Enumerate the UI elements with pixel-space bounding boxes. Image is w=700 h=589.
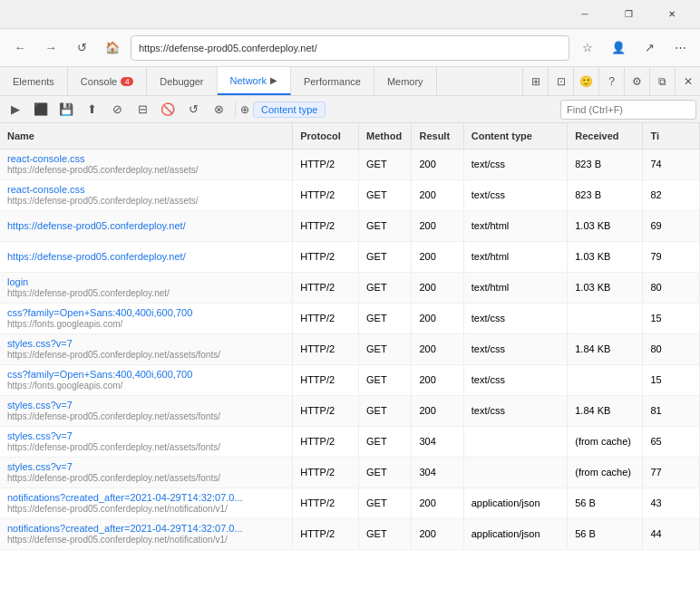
close-button[interactable]: ✕ bbox=[651, 0, 693, 29]
header-method[interactable]: Method bbox=[359, 123, 412, 149]
request-name: styles.css?v=7 bbox=[7, 338, 270, 349]
profile-button[interactable]: 👤 bbox=[606, 35, 631, 61]
table-row[interactable]: react-console.csshttps://defense-prod05.… bbox=[0, 179, 700, 210]
stop-button[interactable]: ⬛ bbox=[29, 100, 53, 120]
header-content-type[interactable]: Content type bbox=[463, 123, 568, 149]
header-received[interactable]: Received bbox=[568, 123, 643, 149]
cell-received bbox=[568, 364, 643, 395]
cell-time: 82 bbox=[643, 179, 700, 210]
table-row[interactable]: styles.css?v=7https://defense-prod05.con… bbox=[0, 457, 700, 488]
header-name[interactable]: Name bbox=[0, 123, 293, 149]
play-button[interactable]: ▶ bbox=[4, 100, 27, 120]
cell-contentType bbox=[463, 426, 568, 457]
import-har-button[interactable]: ⬆ bbox=[80, 100, 103, 120]
maximize-button[interactable]: ❐ bbox=[608, 0, 649, 29]
request-name: styles.css?v=7 bbox=[7, 400, 270, 410]
network-toolbar: ▶ ⬛ 💾 ⬆ ⊘ ⊟ 🚫 ↺ ⊗ ⊕ Content type bbox=[0, 96, 700, 123]
cell-contentType: text/html bbox=[463, 272, 568, 303]
refresh-button[interactable]: ↺ bbox=[69, 35, 94, 61]
emoji-icon[interactable]: 🙂 bbox=[573, 67, 598, 95]
cell-protocol: HTTP/2 bbox=[293, 303, 359, 333]
cell-time: 80 bbox=[643, 272, 700, 303]
request-name: styles.css?v=7 bbox=[7, 430, 270, 441]
help-icon[interactable]: ? bbox=[598, 67, 624, 95]
cell-protocol: HTTP/2 bbox=[293, 457, 359, 488]
cell-time: 44 bbox=[643, 518, 700, 549]
settings-icon[interactable]: ⚙ bbox=[624, 67, 649, 95]
tab-memory[interactable]: Memory bbox=[374, 67, 437, 95]
table-row[interactable]: styles.css?v=7https://defense-prod05.con… bbox=[0, 395, 700, 426]
cell-time: 69 bbox=[643, 210, 700, 241]
table-row[interactable]: styles.css?v=7https://defense-prod05.con… bbox=[0, 333, 700, 364]
table-row[interactable]: styles.css?v=7https://defense-prod05.con… bbox=[0, 426, 700, 457]
table-row[interactable]: react-console.csshttps://defense-prod05.… bbox=[0, 149, 700, 179]
request-url: https://defense-prod05.conferdeploy.net/… bbox=[7, 504, 270, 514]
undock-icon[interactable]: ⧉ bbox=[649, 67, 675, 95]
cell-method: GET bbox=[359, 303, 412, 333]
bookmark-button[interactable]: ☆ bbox=[575, 35, 600, 61]
table-row[interactable]: loginhttps://defense-prod05.conferdeploy… bbox=[0, 272, 700, 303]
table-row[interactable]: notifications?created_after=2021-04-29T1… bbox=[0, 518, 700, 549]
cell-name: css?family=Open+Sans:400,400i,600,700htt… bbox=[0, 364, 293, 395]
menu-button[interactable]: ⋯ bbox=[667, 35, 693, 61]
devtools-dock-icon[interactable]: ⊡ bbox=[548, 67, 573, 95]
table-row[interactable]: css?family=Open+Sans:400,400i,600,700htt… bbox=[0, 303, 700, 333]
table-row[interactable]: https://defense-prod05.conferdeploy.net/… bbox=[0, 241, 700, 272]
options-button[interactable]: ⊟ bbox=[131, 100, 154, 120]
cell-name: styles.css?v=7https://defense-prod05.con… bbox=[0, 395, 293, 426]
request-name: react-console.css bbox=[7, 184, 270, 195]
filter-urls-button[interactable]: ⊘ bbox=[105, 100, 129, 120]
cell-result: 200 bbox=[412, 333, 463, 364]
tab-performance[interactable]: Performance bbox=[291, 67, 374, 95]
cell-result: 304 bbox=[412, 426, 463, 457]
cell-method: GET bbox=[359, 426, 412, 457]
cell-time: 74 bbox=[643, 149, 700, 179]
tab-elements[interactable]: Elements bbox=[0, 67, 68, 95]
cell-method: GET bbox=[359, 333, 412, 364]
header-result[interactable]: Result bbox=[412, 123, 463, 149]
cell-result: 200 bbox=[412, 149, 463, 179]
cell-received: 56 B bbox=[568, 518, 643, 549]
tab-console[interactable]: Console 4 bbox=[68, 67, 147, 95]
request-url: https://defense-prod05.conferdeploy.net/… bbox=[7, 535, 270, 545]
cell-time: 15 bbox=[643, 364, 700, 395]
devtools-tab-bar: Elements Console 4 Debugger Network ▶ Pe… bbox=[0, 67, 700, 96]
cell-contentType: application/json bbox=[463, 518, 568, 549]
table-row[interactable]: css?family=Open+Sans:400,400i,600,700htt… bbox=[0, 364, 700, 395]
header-protocol[interactable]: Protocol bbox=[293, 123, 359, 149]
tab-memory-label: Memory bbox=[387, 76, 423, 87]
tab-debugger-label: Debugger bbox=[160, 76, 203, 87]
find-input[interactable] bbox=[560, 100, 696, 120]
disable-cache-button[interactable]: ⊗ bbox=[207, 100, 230, 120]
content-type-filter[interactable]: Content type bbox=[253, 101, 326, 118]
back-button[interactable]: ← bbox=[7, 35, 33, 61]
network-active-icon: ▶ bbox=[270, 75, 277, 85]
cell-contentType: text/css bbox=[463, 303, 568, 333]
cell-received: 1.84 KB bbox=[568, 395, 643, 426]
minimize-button[interactable]: ─ bbox=[564, 0, 606, 29]
table-row[interactable]: https://defense-prod05.conferdeploy.net/… bbox=[0, 210, 700, 241]
cell-protocol: HTTP/2 bbox=[293, 333, 359, 364]
forward-button[interactable]: → bbox=[38, 35, 63, 61]
devtools-close-icon[interactable]: ✕ bbox=[675, 67, 700, 95]
filter-icon[interactable]: ⊞ bbox=[522, 67, 548, 95]
table-row[interactable]: notifications?created_after=2021-04-29T1… bbox=[0, 488, 700, 518]
cell-result: 200 bbox=[412, 210, 463, 241]
reload-button[interactable]: ↺ bbox=[181, 100, 205, 120]
block-requests-button[interactable]: 🚫 bbox=[156, 100, 180, 120]
cell-method: GET bbox=[359, 364, 412, 395]
request-name: notifications?created_after=2021-04-29T1… bbox=[7, 492, 270, 503]
title-bar-buttons: ─ ❐ ✕ bbox=[564, 0, 693, 29]
home-button[interactable]: 🏠 bbox=[100, 35, 125, 61]
cell-name: styles.css?v=7https://defense-prod05.con… bbox=[0, 333, 293, 364]
address-bar[interactable] bbox=[131, 35, 569, 61]
network-table-container[interactable]: Name Protocol Method Result Content type… bbox=[0, 123, 700, 589]
tab-debugger[interactable]: Debugger bbox=[147, 67, 217, 95]
save-har-button[interactable]: 💾 bbox=[54, 100, 78, 120]
cell-result: 304 bbox=[412, 457, 463, 488]
cell-protocol: HTTP/2 bbox=[293, 272, 359, 303]
share-button[interactable]: ↗ bbox=[637, 35, 662, 61]
cell-name: notifications?created_after=2021-04-29T1… bbox=[0, 518, 293, 549]
tab-network[interactable]: Network ▶ bbox=[218, 67, 291, 95]
header-time[interactable]: Ti bbox=[643, 123, 700, 149]
